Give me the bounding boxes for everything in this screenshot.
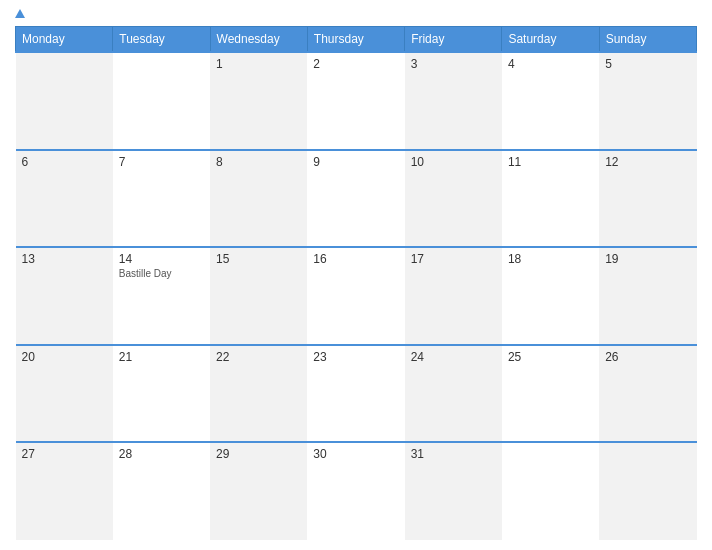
day-cell: 31 [405,442,502,540]
day-number: 28 [119,447,204,461]
col-header-friday: Friday [405,27,502,53]
day-number: 13 [22,252,107,266]
day-cell: 24 [405,345,502,443]
day-cell: 7 [113,150,210,248]
day-cell: 19 [599,247,696,345]
col-header-wednesday: Wednesday [210,27,307,53]
day-cell: 2 [307,52,404,150]
day-cell: 11 [502,150,599,248]
day-number: 27 [22,447,107,461]
day-number: 25 [508,350,593,364]
day-cell: 13 [16,247,113,345]
day-number: 2 [313,57,398,71]
day-number: 29 [216,447,301,461]
day-number: 12 [605,155,690,169]
logo-triangle-icon [15,9,25,18]
day-number: 20 [22,350,107,364]
day-cell: 21 [113,345,210,443]
day-cell: 3 [405,52,502,150]
day-cell: 12 [599,150,696,248]
week-row-5: 2728293031 [16,442,697,540]
day-number: 5 [605,57,690,71]
day-number: 17 [411,252,496,266]
col-header-tuesday: Tuesday [113,27,210,53]
day-number: 1 [216,57,301,71]
day-number: 31 [411,447,496,461]
day-number: 16 [313,252,398,266]
day-cell [599,442,696,540]
day-number: 6 [22,155,107,169]
day-cell: 22 [210,345,307,443]
day-cell: 28 [113,442,210,540]
day-cell: 15 [210,247,307,345]
col-header-monday: Monday [16,27,113,53]
col-header-thursday: Thursday [307,27,404,53]
week-row-1: 12345 [16,52,697,150]
day-cell: 26 [599,345,696,443]
day-cell: 6 [16,150,113,248]
day-cell: 4 [502,52,599,150]
day-cell: 23 [307,345,404,443]
calendar-header [15,10,697,18]
day-number: 3 [411,57,496,71]
week-row-3: 1314Bastille Day1516171819 [16,247,697,345]
day-number: 14 [119,252,204,266]
logo [15,10,27,18]
day-cell: 29 [210,442,307,540]
day-number: 22 [216,350,301,364]
day-cell [502,442,599,540]
day-cell: 10 [405,150,502,248]
day-cell: 1 [210,52,307,150]
col-header-sunday: Sunday [599,27,696,53]
day-number: 10 [411,155,496,169]
day-cell: 27 [16,442,113,540]
calendar-body: 1234567891011121314Bastille Day151617181… [16,52,697,540]
day-cell: 30 [307,442,404,540]
day-cell: 18 [502,247,599,345]
logo-blue-text [15,10,27,18]
day-number: 15 [216,252,301,266]
calendar-table: MondayTuesdayWednesdayThursdayFridaySatu… [15,26,697,540]
day-cell [113,52,210,150]
day-number: 7 [119,155,204,169]
day-number: 26 [605,350,690,364]
week-row-2: 6789101112 [16,150,697,248]
day-cell: 5 [599,52,696,150]
day-cell [16,52,113,150]
day-number: 18 [508,252,593,266]
day-number: 4 [508,57,593,71]
week-row-4: 20212223242526 [16,345,697,443]
day-cell: 8 [210,150,307,248]
holiday-label: Bastille Day [119,268,204,279]
calendar-page: MondayTuesdayWednesdayThursdayFridaySatu… [0,0,712,550]
day-number: 30 [313,447,398,461]
day-cell: 25 [502,345,599,443]
day-number: 23 [313,350,398,364]
day-number: 8 [216,155,301,169]
day-cell: 16 [307,247,404,345]
day-cell: 20 [16,345,113,443]
day-cell: 14Bastille Day [113,247,210,345]
day-number: 11 [508,155,593,169]
day-number: 9 [313,155,398,169]
day-number: 19 [605,252,690,266]
calendar-header-row: MondayTuesdayWednesdayThursdayFridaySatu… [16,27,697,53]
day-number: 24 [411,350,496,364]
day-cell: 9 [307,150,404,248]
day-number: 21 [119,350,204,364]
day-cell: 17 [405,247,502,345]
col-header-saturday: Saturday [502,27,599,53]
